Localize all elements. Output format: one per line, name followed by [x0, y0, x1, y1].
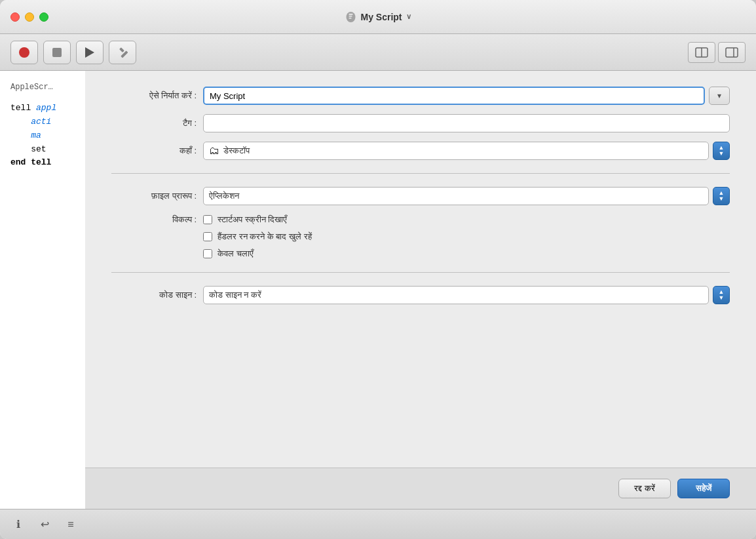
options-row: विकल्प : स्टार्टअप स्क्रीन दिखाएँ हैंडलर…	[111, 214, 730, 259]
options-label: विकल्प :	[111, 214, 197, 225]
file-format-control: ऐप्लिकेशन ▲ ▼	[203, 187, 730, 205]
dialog-buttons: रद्द करें सहेजें	[85, 468, 756, 509]
window-title-area: My Script ∨	[345, 11, 411, 23]
down-arrow-icon: ▼	[719, 151, 725, 157]
export-dialog: ऐसे निर्यात करें : ▾ टैग :	[85, 71, 756, 509]
format-down-icon: ▼	[719, 196, 725, 202]
minimize-button[interactable]	[25, 12, 34, 22]
traffic-lights	[10, 12, 48, 22]
back-icon: ↩	[41, 518, 49, 530]
option1-checkbox[interactable]	[203, 215, 212, 224]
location-text: डेस्कटॉप	[223, 146, 250, 156]
svg-rect-1	[349, 14, 352, 15]
codesign-down-icon: ▼	[719, 295, 725, 301]
svg-rect-4	[121, 50, 128, 58]
file-format-value: ऐप्लिकेशन	[209, 191, 703, 201]
form-section-middle: फ़ाइल प्रारूप : ऐप्लिकेशन ▲ ▼	[111, 187, 730, 273]
script-icon	[345, 11, 356, 23]
back-button[interactable]: ↩	[37, 517, 52, 532]
file-format-label: फ़ाइल प्रारूप :	[111, 191, 197, 201]
option2-checkbox[interactable]	[203, 232, 212, 241]
tag-label: टैग :	[111, 118, 197, 129]
hammer-icon	[117, 47, 128, 58]
maximize-button[interactable]	[39, 12, 48, 22]
toolbar	[0, 34, 756, 71]
option2-row[interactable]: हैंडलर रन करने के बाद खुले रहें	[203, 231, 312, 242]
export-as-control: ▾	[203, 87, 730, 105]
main-window: My Script ∨	[0, 0, 756, 539]
where-control: 🗂 डेस्कटॉप ▲ ▼	[203, 142, 730, 160]
folder-icon: 🗂	[209, 145, 219, 157]
list-icon: ≡	[67, 519, 73, 530]
where-label: कहाँ :	[111, 146, 197, 156]
option1-label: स्टार्टअप स्क्रीन दिखाएँ	[217, 214, 287, 225]
code-sign-label: कोड साइन :	[111, 290, 197, 300]
info-button[interactable]: ℹ	[10, 517, 26, 532]
info-icon: ℹ	[16, 518, 20, 530]
option2-label: हैंडलर रन करने के बाद खुले रहें	[217, 231, 312, 242]
code-sign-value: कोड साइन न करें	[209, 290, 703, 300]
close-button[interactable]	[10, 12, 20, 22]
tag-input[interactable]	[203, 114, 730, 132]
where-stepper[interactable]: ▲ ▼	[713, 142, 730, 160]
file-format-select[interactable]: ऐप्लिकेशन	[203, 187, 709, 205]
save-button[interactable]: सहेजें	[677, 479, 730, 498]
export-dropdown-button[interactable]: ▾	[709, 87, 730, 105]
view-buttons	[688, 42, 746, 63]
dialog-form: ऐसे निर्यात करें : ▾ टैग :	[85, 71, 756, 468]
tag-control	[203, 114, 730, 132]
bottom-bar: ℹ ↩ ≡	[0, 509, 756, 539]
option3-row[interactable]: केवल चलाएँ	[203, 249, 312, 259]
window-title: My Script	[360, 12, 402, 22]
tag-row: टैग :	[111, 114, 730, 132]
svg-rect-8	[726, 48, 738, 57]
panel-view-icon	[725, 47, 738, 58]
split-view-icon	[695, 47, 708, 58]
file-format-stepper[interactable]: ▲ ▼	[713, 187, 730, 205]
code-sign-select[interactable]: कोड साइन न करें	[203, 286, 709, 304]
run-icon	[85, 47, 94, 58]
main-area: AppleScr… tell appl acti ma set end tell…	[0, 71, 756, 509]
option3-label: केवल चलाएँ	[217, 249, 254, 259]
split-view-button[interactable]	[688, 42, 715, 63]
record-icon	[19, 47, 29, 58]
option3-checkbox[interactable]	[203, 249, 212, 258]
code-sign-stepper[interactable]: ▲ ▼	[713, 286, 730, 304]
location-display[interactable]: 🗂 डेस्कटॉप	[203, 142, 709, 160]
code-sign-control: कोड साइन न करें ▲ ▼	[203, 286, 730, 304]
code-sign-row: कोड साइन : कोड साइन न करें ▲ ▼	[111, 286, 730, 304]
stop-icon	[52, 48, 62, 57]
record-button[interactable]	[10, 41, 38, 64]
where-row: कहाँ : 🗂 डेस्कटॉप ▲ ▼	[111, 142, 730, 160]
list-button[interactable]: ≡	[63, 517, 79, 532]
svg-rect-5	[119, 47, 124, 52]
form-section-bottom: कोड साइन : कोड साइन न करें ▲ ▼	[111, 286, 730, 304]
cancel-button[interactable]: रद्द करें	[618, 479, 671, 498]
svg-rect-2	[349, 16, 352, 16]
option1-row[interactable]: स्टार्टअप स्क्रीन दिखाएँ	[203, 214, 312, 225]
export-as-input[interactable]	[203, 87, 705, 105]
compile-button[interactable]	[109, 41, 136, 64]
chevron-down-icon: ▾	[717, 91, 721, 100]
svg-rect-3	[349, 18, 351, 18]
titlebar: My Script ∨	[0, 0, 756, 34]
title-dropdown-arrow[interactable]: ∨	[406, 12, 411, 21]
form-section-top: ऐसे निर्यात करें : ▾ टैग :	[111, 87, 730, 174]
file-format-row: फ़ाइल प्रारूप : ऐप्लिकेशन ▲ ▼	[111, 187, 730, 205]
svg-point-0	[346, 12, 355, 22]
options-checkboxes: स्टार्टअप स्क्रीन दिखाएँ हैंडलर रन करने …	[203, 214, 312, 259]
export-as-row: ऐसे निर्यात करें : ▾	[111, 87, 730, 105]
panel-view-button[interactable]	[718, 42, 746, 63]
export-as-label: ऐसे निर्यात करें :	[111, 90, 197, 101]
stop-button[interactable]	[43, 41, 71, 64]
run-button[interactable]	[76, 41, 104, 64]
